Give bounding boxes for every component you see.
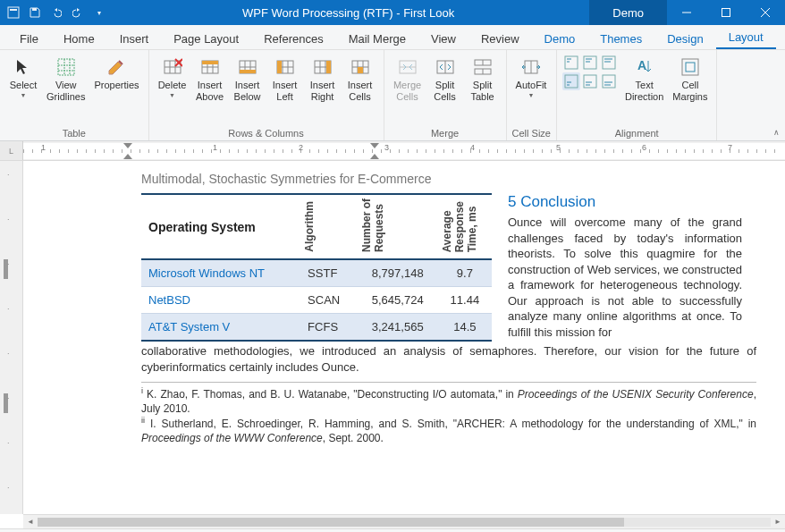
svg-rect-7 [58, 59, 74, 75]
insert-cells-button[interactable]: InsertCells [342, 54, 378, 105]
delete-icon [162, 56, 183, 78]
conclusion-title: 5 Conclusion [508, 193, 742, 211]
vertical-ruler[interactable]: ········ [0, 161, 23, 514]
qat-undo-icon[interactable] [48, 4, 64, 21]
chevron-down-icon: ▼ [169, 92, 175, 98]
insert-left-icon [274, 56, 296, 78]
tab-file[interactable]: File [7, 27, 51, 49]
tab-review[interactable]: Review [468, 27, 532, 49]
split-table-button[interactable]: SplitTable [465, 54, 501, 105]
chevron-down-icon: ▼ [21, 92, 27, 98]
window-title: WPF Word Processing (RTF) - First Look [107, 6, 589, 20]
properties-icon [106, 56, 127, 78]
svg-rect-22 [202, 61, 218, 64]
insert-below-button[interactable]: InsertBelow [230, 54, 266, 105]
autofit-button[interactable]: AutoFit▼ [512, 54, 551, 101]
align-cell-0-0[interactable] [562, 54, 580, 72]
ribbon-group-cell-size: AutoFit▼Cell Size [507, 50, 557, 140]
collapse-ribbon-icon[interactable]: ∧ [773, 128, 780, 137]
svg-rect-37 [326, 61, 331, 73]
qat-redo-icon[interactable] [70, 4, 86, 21]
cell-margins-button[interactable]: CellMargins [669, 54, 711, 105]
ribbon-group-merge: MergeCellsSplitCellsSplitTableMerge [384, 50, 507, 140]
svg-rect-59 [603, 56, 615, 69]
flow-text: collaborative methodologies, we introduc… [141, 343, 756, 375]
cell-margins-icon [679, 56, 701, 78]
tab-page-layout[interactable]: Page Layout [161, 27, 251, 49]
view-gridlines-button[interactable]: ViewGridlines [43, 54, 89, 105]
minimize-button[interactable] [667, 0, 706, 25]
horizontal-scrollbar[interactable]: ◄ ► [23, 514, 785, 528]
tab-home[interactable]: Home [51, 27, 107, 49]
horizontal-ruler[interactable]: L 11234567 [0, 141, 785, 161]
svg-rect-27 [240, 70, 256, 73]
svg-rect-53 [565, 56, 578, 69]
document-page[interactable]: Multimodal, Stochastic Symmetries for E-… [23, 161, 785, 514]
insert-above-icon [199, 56, 221, 78]
chevron-down-icon: ▼ [528, 92, 535, 98]
table-row[interactable]: Microsoft Windows NTSSTF8,797,1489.7 [141, 259, 492, 287]
indent-marker[interactable] [370, 154, 379, 159]
svg-rect-68 [603, 75, 615, 88]
tab-demo[interactable]: Demo [532, 27, 588, 49]
align-cell-1-1[interactable] [581, 72, 599, 90]
qat-customize-icon[interactable]: ▾ [91, 4, 107, 21]
group-label: Alignment [562, 126, 712, 140]
svg-rect-73 [686, 63, 695, 72]
conclusion-body: Ounce will overcome many of the grand ch… [508, 215, 742, 340]
tab-references[interactable]: References [251, 27, 335, 49]
conclusion-section: 5 Conclusion Ounce will overcome many of… [508, 193, 742, 342]
tab-view[interactable]: View [418, 27, 468, 49]
align-cell-1-0[interactable] [562, 72, 580, 90]
insert-above-button[interactable]: InsertAbove [192, 54, 228, 105]
scroll-right-icon[interactable]: ► [771, 516, 785, 528]
svg-rect-0 [8, 7, 19, 18]
footnote-separator [141, 382, 756, 383]
data-table[interactable]: Operating SystemAlgorithmNumber ofReques… [141, 193, 492, 342]
align-cell-0-2[interactable] [600, 54, 618, 72]
title-bar: ▾ WPF Word Processing (RTF) - First Look… [0, 0, 785, 25]
align-cell-1-2[interactable] [600, 72, 618, 90]
qat-save-icon[interactable] [27, 4, 43, 21]
maximize-button[interactable] [706, 0, 746, 25]
insert-left-button[interactable]: InsertLeft [267, 54, 303, 105]
select-button[interactable]: Select▼ [5, 54, 41, 101]
text-direction-icon: A [634, 56, 655, 78]
group-label: Table [5, 126, 143, 140]
indent-marker[interactable] [123, 154, 132, 159]
scroll-left-icon[interactable]: ◄ [23, 516, 38, 528]
ribbon-tabs: FileHomeInsertPage LayoutReferencesMail … [0, 25, 785, 50]
indent-marker[interactable] [370, 143, 379, 148]
indent-marker[interactable] [123, 143, 132, 148]
properties-button[interactable]: Properties [90, 54, 142, 94]
close-button[interactable] [746, 0, 785, 25]
delete-button[interactable]: Delete▼ [155, 54, 190, 101]
app-icon[interactable] [5, 4, 21, 21]
merge-cells-button: MergeCells [390, 54, 426, 105]
svg-rect-72 [682, 59, 698, 75]
document-heading: Multimodal, Stochastic Symmetries for E-… [141, 172, 771, 186]
view-gridlines-icon [55, 56, 77, 78]
tab-layout[interactable]: Layout [716, 25, 776, 49]
title-demo-tag[interactable]: Demo [589, 0, 667, 25]
table-row[interactable]: AT&T System VFCFS3,241,56514.5 [141, 314, 492, 342]
group-label: Cell Size [512, 126, 551, 140]
insert-right-icon [312, 56, 333, 78]
ribbon: Select▼ViewGridlinesPropertiesTableDelet… [0, 50, 785, 141]
ribbon-group-table: Select▼ViewGridlinesPropertiesTable [0, 50, 149, 140]
align-cell-0-1[interactable] [581, 54, 599, 72]
svg-rect-56 [584, 56, 596, 69]
tab-design[interactable]: Design [654, 27, 715, 49]
text-direction-button[interactable]: ATextDirection [621, 54, 667, 105]
table-header: Operating System [141, 194, 300, 259]
ruler-corner: L [0, 141, 23, 161]
split-cells-button[interactable]: SplitCells [427, 54, 463, 105]
svg-rect-42 [358, 67, 363, 73]
table-header: Algorithm [300, 194, 358, 259]
tab-themes[interactable]: Themes [587, 27, 654, 49]
scroll-thumb[interactable] [38, 518, 624, 527]
tab-insert[interactable]: Insert [107, 27, 162, 49]
table-row[interactable]: NetBSDSCAN5,645,72411.44 [141, 287, 492, 314]
insert-right-button[interactable]: InsertRight [305, 54, 341, 105]
tab-mail-merge[interactable]: Mail Merge [336, 27, 418, 49]
